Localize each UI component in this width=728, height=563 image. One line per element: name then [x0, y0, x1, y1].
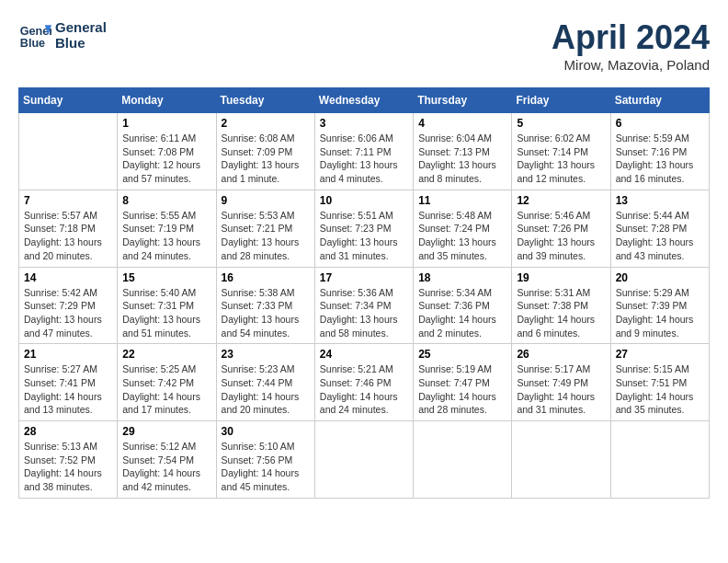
- day-info: Sunrise: 5:51 AMSunset: 7:23 PMDaylight:…: [320, 209, 408, 263]
- day-number: 10: [320, 194, 408, 207]
- calendar-cell: 11Sunrise: 5:48 AMSunset: 7:24 PMDayligh…: [414, 190, 512, 267]
- day-info: Sunrise: 5:10 AMSunset: 7:56 PMDaylight:…: [222, 440, 310, 494]
- calendar-cell: 25Sunrise: 5:19 AMSunset: 7:47 PMDayligh…: [414, 344, 512, 421]
- day-info: Sunrise: 5:55 AMSunset: 7:19 PMDaylight:…: [122, 209, 210, 263]
- calendar-week-row: 7Sunrise: 5:57 AMSunset: 7:18 PMDaylight…: [19, 190, 710, 267]
- day-number: 20: [616, 271, 704, 284]
- day-number: 24: [320, 348, 408, 361]
- calendar-cell: [314, 421, 413, 499]
- day-info: Sunrise: 5:13 AMSunset: 7:52 PMDaylight:…: [24, 440, 112, 494]
- day-info: Sunrise: 5:25 AMSunset: 7:42 PMDaylight:…: [122, 362, 210, 417]
- calendar-cell: 22Sunrise: 5:25 AMSunset: 7:42 PMDayligh…: [118, 344, 216, 421]
- calendar-cell: 7Sunrise: 5:57 AMSunset: 7:18 PMDaylight…: [19, 190, 118, 267]
- day-number: 29: [122, 425, 210, 438]
- calendar-cell: 4Sunrise: 6:04 AMSunset: 7:13 PMDaylight…: [414, 113, 512, 190]
- calendar-week-row: 28Sunrise: 5:13 AMSunset: 7:52 PMDayligh…: [19, 421, 710, 499]
- day-info: Sunrise: 6:11 AMSunset: 7:08 PMDaylight:…: [122, 132, 210, 186]
- calendar-cell: 12Sunrise: 5:46 AMSunset: 7:26 PMDayligh…: [512, 190, 610, 267]
- weekday-header: Monday: [118, 88, 216, 113]
- calendar-cell: 13Sunrise: 5:44 AMSunset: 7:28 PMDayligh…: [610, 190, 709, 267]
- calendar-cell: 14Sunrise: 5:42 AMSunset: 7:29 PMDayligh…: [19, 267, 118, 344]
- weekday-header: Tuesday: [216, 88, 314, 113]
- day-number: 25: [418, 348, 506, 361]
- calendar-cell: 5Sunrise: 6:02 AMSunset: 7:14 PMDaylight…: [512, 113, 610, 190]
- location: Mirow, Mazovia, Poland: [552, 57, 710, 73]
- calendar-cell: 1Sunrise: 6:11 AMSunset: 7:08 PMDaylight…: [118, 113, 216, 190]
- day-info: Sunrise: 5:27 AMSunset: 7:41 PMDaylight:…: [24, 362, 112, 417]
- calendar-cell: 16Sunrise: 5:38 AMSunset: 7:33 PMDayligh…: [216, 267, 314, 344]
- calendar-cell: 9Sunrise: 5:53 AMSunset: 7:21 PMDaylight…: [216, 190, 314, 267]
- day-number: 28: [24, 425, 112, 438]
- day-info: Sunrise: 5:34 AMSunset: 7:36 PMDaylight:…: [418, 286, 506, 340]
- day-info: Sunrise: 5:40 AMSunset: 7:31 PMDaylight:…: [122, 286, 210, 340]
- day-number: 5: [517, 117, 605, 130]
- calendar-week-row: 1Sunrise: 6:11 AMSunset: 7:08 PMDaylight…: [19, 113, 710, 190]
- logo-line1: General: [55, 19, 107, 35]
- svg-text:Blue: Blue: [20, 37, 45, 50]
- calendar-cell: 27Sunrise: 5:15 AMSunset: 7:51 PMDayligh…: [610, 344, 709, 421]
- calendar-cell: 21Sunrise: 5:27 AMSunset: 7:41 PMDayligh…: [19, 344, 118, 421]
- calendar-table: SundayMondayTuesdayWednesdayThursdayFrid…: [18, 87, 710, 499]
- day-number: 1: [122, 117, 210, 130]
- title-block: April 2024 Mirow, Mazovia, Poland: [552, 18, 710, 73]
- day-number: 21: [24, 348, 112, 361]
- day-info: Sunrise: 5:42 AMSunset: 7:29 PMDaylight:…: [24, 286, 112, 340]
- day-info: Sunrise: 5:15 AMSunset: 7:51 PMDaylight:…: [616, 362, 704, 417]
- calendar-cell: 17Sunrise: 5:36 AMSunset: 7:34 PMDayligh…: [314, 267, 413, 344]
- calendar-cell: 19Sunrise: 5:31 AMSunset: 7:38 PMDayligh…: [512, 267, 610, 344]
- day-info: Sunrise: 5:12 AMSunset: 7:54 PMDaylight:…: [122, 440, 210, 494]
- day-info: Sunrise: 5:23 AMSunset: 7:44 PMDaylight:…: [222, 362, 310, 417]
- day-number: 2: [222, 117, 310, 130]
- day-info: Sunrise: 5:48 AMSunset: 7:24 PMDaylight:…: [418, 209, 506, 263]
- day-number: 15: [122, 271, 210, 284]
- day-number: 26: [517, 348, 605, 361]
- day-number: 17: [320, 271, 408, 284]
- weekday-header: Sunday: [19, 88, 118, 113]
- day-info: Sunrise: 6:06 AMSunset: 7:11 PMDaylight:…: [320, 132, 408, 186]
- month-title: April 2024: [552, 18, 710, 57]
- calendar-cell: 30Sunrise: 5:10 AMSunset: 7:56 PMDayligh…: [216, 421, 314, 499]
- day-number: 6: [616, 117, 704, 130]
- day-number: 27: [616, 348, 704, 361]
- calendar-cell: [610, 421, 709, 499]
- calendar-cell: 2Sunrise: 6:08 AMSunset: 7:09 PMDaylight…: [216, 113, 314, 190]
- calendar-cell: 20Sunrise: 5:29 AMSunset: 7:39 PMDayligh…: [610, 267, 709, 344]
- page-header: General Blue General Blue April 2024 Mir…: [18, 18, 710, 73]
- logo-icon: General Blue: [18, 18, 51, 52]
- calendar-cell: 8Sunrise: 5:55 AMSunset: 7:19 PMDaylight…: [118, 190, 216, 267]
- day-number: 18: [418, 271, 506, 284]
- calendar-cell: [512, 421, 610, 499]
- weekday-header: Saturday: [610, 88, 709, 113]
- day-info: Sunrise: 5:19 AMSunset: 7:47 PMDaylight:…: [418, 362, 506, 417]
- day-number: 19: [517, 271, 605, 284]
- calendar-cell: 23Sunrise: 5:23 AMSunset: 7:44 PMDayligh…: [216, 344, 314, 421]
- day-info: Sunrise: 5:57 AMSunset: 7:18 PMDaylight:…: [24, 209, 112, 263]
- day-number: 23: [222, 348, 310, 361]
- day-info: Sunrise: 5:44 AMSunset: 7:28 PMDaylight:…: [616, 209, 704, 263]
- day-info: Sunrise: 5:21 AMSunset: 7:46 PMDaylight:…: [320, 362, 408, 417]
- calendar-cell: 3Sunrise: 6:06 AMSunset: 7:11 PMDaylight…: [314, 113, 413, 190]
- calendar-cell: 29Sunrise: 5:12 AMSunset: 7:54 PMDayligh…: [118, 421, 216, 499]
- calendar-cell: 15Sunrise: 5:40 AMSunset: 7:31 PMDayligh…: [118, 267, 216, 344]
- calendar-cell: 24Sunrise: 5:21 AMSunset: 7:46 PMDayligh…: [314, 344, 413, 421]
- calendar-week-row: 14Sunrise: 5:42 AMSunset: 7:29 PMDayligh…: [19, 267, 710, 344]
- day-info: Sunrise: 5:17 AMSunset: 7:49 PMDaylight:…: [517, 362, 605, 417]
- calendar-cell: 28Sunrise: 5:13 AMSunset: 7:52 PMDayligh…: [19, 421, 118, 499]
- calendar-cell: 10Sunrise: 5:51 AMSunset: 7:23 PMDayligh…: [314, 190, 413, 267]
- day-info: Sunrise: 6:08 AMSunset: 7:09 PMDaylight:…: [222, 132, 310, 186]
- calendar-header-row: SundayMondayTuesdayWednesdayThursdayFrid…: [19, 88, 710, 113]
- day-info: Sunrise: 5:46 AMSunset: 7:26 PMDaylight:…: [517, 209, 605, 263]
- day-number: 9: [222, 194, 310, 207]
- weekday-header: Wednesday: [314, 88, 413, 113]
- day-info: Sunrise: 5:36 AMSunset: 7:34 PMDaylight:…: [320, 286, 408, 340]
- calendar-cell: [414, 421, 512, 499]
- calendar-week-row: 21Sunrise: 5:27 AMSunset: 7:41 PMDayligh…: [19, 344, 710, 421]
- day-info: Sunrise: 5:59 AMSunset: 7:16 PMDaylight:…: [616, 132, 704, 186]
- calendar-cell: 18Sunrise: 5:34 AMSunset: 7:36 PMDayligh…: [414, 267, 512, 344]
- day-number: 7: [24, 194, 112, 207]
- day-info: Sunrise: 6:02 AMSunset: 7:14 PMDaylight:…: [517, 132, 605, 186]
- day-number: 14: [24, 271, 112, 284]
- day-number: 3: [320, 117, 408, 130]
- day-number: 30: [222, 425, 310, 438]
- day-number: 22: [122, 348, 210, 361]
